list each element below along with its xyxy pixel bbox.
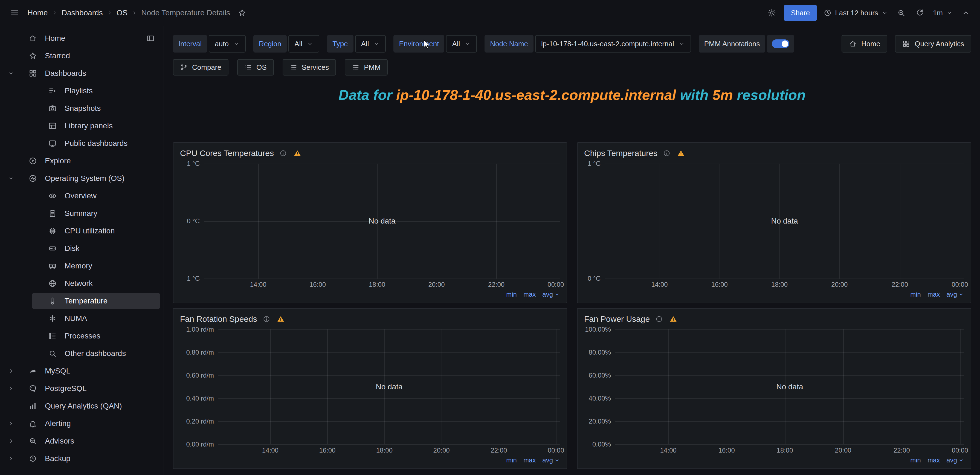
sidebar-item-temperature[interactable]: Temperature bbox=[0, 292, 164, 310]
panel-info-button[interactable] bbox=[278, 150, 288, 157]
sidebar-item-postgresql[interactable]: PostgreSQL bbox=[0, 380, 164, 397]
legend-min[interactable]: min bbox=[506, 456, 517, 464]
sidebar-item-playlists[interactable]: Playlists bbox=[0, 82, 164, 100]
star-icon bbox=[238, 8, 247, 17]
dashboard-link-compare[interactable]: Compare bbox=[173, 59, 228, 75]
sidebar-item-backup[interactable]: Backup bbox=[0, 450, 164, 467]
history-icon bbox=[29, 454, 37, 463]
info-circle-icon bbox=[663, 150, 671, 157]
breadcrumb-item-dashboards[interactable]: Dashboards bbox=[62, 8, 103, 17]
refresh-dashboard-button[interactable] bbox=[913, 6, 926, 19]
variable-label: Environment bbox=[393, 35, 444, 53]
pmm-annotations-toggle[interactable] bbox=[767, 35, 794, 53]
zoom-out-icon bbox=[897, 8, 905, 17]
y-tick-label: 0.80 rd/m bbox=[186, 349, 214, 356]
star-dashboard-button[interactable] bbox=[235, 6, 249, 19]
breadcrumb-item-os[interactable]: OS bbox=[116, 8, 127, 17]
gridline bbox=[960, 164, 960, 279]
query-analytics-button[interactable]: Query Analytics bbox=[895, 35, 971, 53]
sidebar-item-overview[interactable]: Overview bbox=[0, 187, 164, 205]
warning-icon bbox=[677, 150, 685, 157]
sidebar-chevron-slot[interactable] bbox=[5, 420, 18, 427]
panel-title[interactable]: Chips Temperatures bbox=[584, 148, 657, 158]
time-range-picker-button[interactable]: Last 12 hours bbox=[822, 6, 889, 19]
panel-title[interactable]: Fan Power Usage bbox=[584, 314, 650, 324]
panel-legend: minmaxavg bbox=[180, 455, 560, 465]
legend-avg[interactable]: avg bbox=[542, 290, 560, 298]
sidebar-item-dashboards[interactable]: Dashboards bbox=[0, 65, 164, 82]
legend-min[interactable]: min bbox=[506, 290, 517, 298]
gear-icon bbox=[767, 8, 776, 17]
sidebar-item-label: Overview bbox=[65, 191, 97, 200]
legend-avg[interactable]: avg bbox=[947, 290, 964, 298]
x-tick-label: 22:00 bbox=[488, 281, 504, 289]
sidebar-item-snapshots[interactable]: Snapshots bbox=[0, 100, 164, 117]
dashboard-link-os[interactable]: OS bbox=[237, 59, 274, 75]
time-zoom-out-button[interactable] bbox=[895, 6, 908, 19]
sidebar-item-memory[interactable]: Memory bbox=[0, 257, 164, 275]
sidebar-item-other-dashboards[interactable]: Other dashboards bbox=[0, 345, 164, 362]
panel-warning-button[interactable] bbox=[293, 150, 302, 157]
home-dashboard-button[interactable]: Home bbox=[842, 35, 887, 53]
legend-min[interactable]: min bbox=[910, 290, 921, 298]
sidebar-item-starred[interactable]: Starred bbox=[0, 47, 164, 65]
sidebar-chevron-slot[interactable] bbox=[5, 385, 18, 392]
panel-info-button[interactable] bbox=[654, 315, 664, 323]
panel-warning-button[interactable] bbox=[676, 150, 686, 157]
sidebar-item-home[interactable]: Home bbox=[0, 30, 164, 47]
sidebar-chevron-slot[interactable] bbox=[5, 368, 18, 374]
sidebar-item-processes[interactable]: Processes bbox=[0, 327, 164, 345]
panel-warning-button[interactable] bbox=[668, 315, 678, 323]
sidebar-item-mysql[interactable]: MySQL bbox=[0, 362, 164, 380]
sidebar-item-label: Other dashboards bbox=[65, 349, 126, 358]
dashboard-link-services[interactable]: Services bbox=[283, 59, 336, 75]
sidebar-item-numa[interactable]: NUMA bbox=[0, 310, 164, 327]
advisor-icon bbox=[29, 437, 37, 445]
camera-icon bbox=[48, 104, 57, 113]
sidebar-item-alerting[interactable]: Alerting bbox=[0, 415, 164, 432]
sidebar-item-operating-system-os[interactable]: Operating System (OS) bbox=[0, 170, 164, 187]
legend-max[interactable]: max bbox=[928, 290, 940, 298]
sidebar-chevron-slot[interactable] bbox=[5, 438, 18, 444]
variable-value-dropdown[interactable]: auto bbox=[209, 35, 246, 53]
legend-max[interactable]: max bbox=[523, 290, 536, 298]
dashboard-settings-button[interactable] bbox=[765, 6, 778, 19]
variable-value-dropdown[interactable]: All bbox=[355, 35, 386, 53]
legend-min[interactable]: min bbox=[910, 456, 921, 464]
sidebar-item-advisors[interactable]: Advisors bbox=[0, 432, 164, 450]
sidebar-chevron-slot[interactable] bbox=[5, 175, 18, 182]
auto-refresh-interval-button[interactable]: 1m bbox=[932, 6, 954, 19]
panel-title[interactable]: CPU Cores Temperatures bbox=[180, 148, 274, 158]
sidebar-item-summary[interactable]: Summary bbox=[0, 205, 164, 222]
sidebar-chevron-slot[interactable] bbox=[5, 70, 18, 77]
sidebar-item-public-dashboards[interactable]: Public dashboards bbox=[0, 135, 164, 152]
sidebar-item-query-analytics-qan[interactable]: Query Analytics (QAN) bbox=[0, 397, 164, 415]
sidebar-item-disk[interactable]: Disk bbox=[0, 240, 164, 257]
panel-info-button[interactable] bbox=[262, 315, 271, 323]
sidebar-item-library-panels[interactable]: Library panels bbox=[0, 117, 164, 135]
panel-warning-button[interactable] bbox=[276, 315, 286, 323]
sidebar-item-network[interactable]: Network bbox=[0, 275, 164, 292]
panel-title[interactable]: Fan Rotation Speeds bbox=[180, 314, 257, 324]
dashboard-link-pmm[interactable]: PMM bbox=[345, 59, 388, 75]
breadcrumb-item-home[interactable]: Home bbox=[27, 8, 48, 17]
share-button[interactable]: Share bbox=[784, 5, 817, 21]
variable-value-dropdown[interactable]: All bbox=[288, 35, 319, 53]
memory-icon bbox=[48, 261, 57, 270]
menu-button[interactable] bbox=[8, 6, 22, 20]
collapse-controls-button[interactable] bbox=[959, 6, 972, 19]
sidebar-item-cpu-utilization[interactable]: CPU utilization bbox=[0, 222, 164, 240]
sidebar-item-explore[interactable]: Explore bbox=[0, 152, 164, 170]
sidebar-chevron-slot[interactable] bbox=[5, 455, 18, 462]
panel-info-button[interactable] bbox=[662, 150, 672, 157]
legend-avg[interactable]: avg bbox=[542, 456, 560, 464]
panel-fan-rotation-speeds: Fan Rotation Speeds1.00 rd/m0.80 rd/m0.6… bbox=[173, 308, 567, 469]
x-tick-label: 20:00 bbox=[433, 446, 450, 454]
variable-value-dropdown[interactable]: ip-10-178-1-40.us-east-2.compute.interna… bbox=[535, 35, 691, 53]
variable-value-dropdown[interactable]: All bbox=[446, 35, 477, 53]
undock-sidebar-button[interactable] bbox=[146, 34, 155, 43]
list-icon bbox=[244, 64, 252, 71]
legend-max[interactable]: max bbox=[523, 456, 536, 464]
legend-max[interactable]: max bbox=[928, 456, 940, 464]
legend-avg[interactable]: avg bbox=[947, 456, 964, 464]
